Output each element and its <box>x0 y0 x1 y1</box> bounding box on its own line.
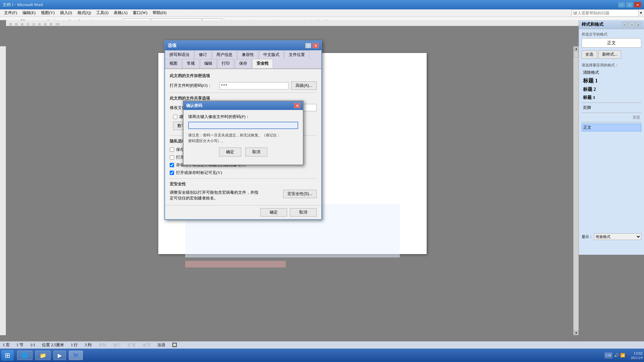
explorer-icon: 📁 <box>40 352 46 359</box>
scrollbar-right[interactable]: ▲ ▼ <box>573 46 579 335</box>
tab-chinese[interactable]: 中文版式 <box>259 50 284 59</box>
status-page: 1 页 <box>3 342 10 348</box>
time-display: 13:02 <box>631 351 643 356</box>
style-footer[interactable]: 页脚 <box>582 104 641 111</box>
start-button[interactable]: ⊞ <box>1 350 14 361</box>
panel-title: 样式和格式 <box>582 21 603 27</box>
style-heading1[interactable]: 标题 1 <box>582 77 641 85</box>
status-section: 1 节 <box>16 342 23 348</box>
scroll-thumb[interactable] <box>574 51 579 58</box>
ime-indicator[interactable]: CH <box>604 352 613 359</box>
panel-content: 所选文字的格式 正文 全选 新样式... 请选择要应用的格式： 清除格式 标题 … <box>579 29 644 135</box>
ruler-top: |8| |6| |4| |2| |2| |4| |6| |8| |10| <box>6 20 579 26</box>
menu-file[interactable]: 文件(F) <box>1 9 20 16</box>
tab-security[interactable]: 安全性 <box>252 59 273 68</box>
macro-security-button[interactable]: 宏安全性(S)... <box>283 190 317 198</box>
style-heading2[interactable]: 标题 2 <box>582 86 641 93</box>
options-ok-button[interactable]: 确定 <box>260 208 287 217</box>
maximize-button[interactable]: □ <box>626 2 633 8</box>
readonly-checkbox[interactable] <box>173 115 177 119</box>
confirm-ok-button[interactable]: 确定 <box>219 147 241 157</box>
confirm-label: 请再次键入修改文件时的密码(P)： <box>188 114 298 120</box>
mark-visible-label: 打开或保存时标记可见(V) <box>176 170 222 176</box>
tab-compat[interactable]: 兼容性 <box>237 50 258 59</box>
style-heading3[interactable]: 标题 3 <box>582 94 641 101</box>
confirm-dialog-title: 确认密码 <box>186 103 202 109</box>
status-track: 修订 <box>113 342 121 348</box>
panel-back-button[interactable]: ← <box>622 22 628 27</box>
window-title: 文档 1 - Microsoft Word <box>3 2 43 8</box>
options-help-button[interactable]: ? <box>305 43 311 48</box>
menu-edit[interactable]: 编辑(E) <box>20 9 38 16</box>
taskbar-ie[interactable]: 🌐 <box>17 351 33 360</box>
tab-user[interactable]: 用户信息 <box>212 50 237 59</box>
status-language: 法语 <box>157 342 165 348</box>
tab-save[interactable]: 保存 <box>235 59 252 68</box>
macro-desc: 调整安全级别以打开可能包含宏病毒的文件，并指定可信任的宏创建者姓名。 <box>170 190 280 201</box>
date-display: 2021/2/9 <box>631 356 643 360</box>
menu-help[interactable]: 帮助(H) <box>150 9 169 16</box>
panel-footer: 显示： 有效格式 <box>579 232 644 241</box>
menu-table[interactable]: 表格(A) <box>111 9 130 16</box>
panel-forward-button[interactable]: → <box>629 22 635 27</box>
confirm-note: 请注意：密码一旦丢失或遗忘，则无法恢复。（请记住：密码需区分大小写）。 <box>188 132 298 143</box>
options-tabs: 拼写和语法 修订 用户信息 兼容性 中文版式 文件位置 视图 常规 编辑 打印 … <box>165 50 321 69</box>
open-password-input[interactable] <box>219 82 288 89</box>
menu-tools[interactable]: 工具(I) <box>94 9 111 16</box>
select-all-button[interactable]: 全选 <box>582 50 597 59</box>
tab-track[interactable]: 修订 <box>195 50 211 59</box>
ie-icon: 🌐 <box>21 352 28 359</box>
help-dropdown-arrow[interactable]: ▼ <box>639 11 643 15</box>
confirm-cancel-button[interactable]: 取消 <box>245 147 267 157</box>
store-random-checkbox[interactable] <box>170 163 174 167</box>
confirm-input[interactable] <box>188 122 298 129</box>
tab-view[interactable]: 视图 <box>165 59 182 68</box>
new-style-button[interactable]: 新样式... <box>598 50 621 59</box>
tab-fileloc[interactable]: 文件位置 <box>284 50 309 59</box>
confirm-close-button[interactable]: ✕ <box>294 103 300 108</box>
status-bar: 1 页 1 节 1/1 位置 2.5厘米 1 行 3 列 录制 修订 扩展 改写… <box>0 341 644 349</box>
menu-format[interactable]: 格式(Q) <box>75 9 94 16</box>
menu-view[interactable]: 视图(V) <box>38 9 57 16</box>
right-panel: 样式和格式 ← → ⌂ 所选文字的格式 正文 全选 新样式... 请选择要应用的… <box>579 20 644 255</box>
help-search-input[interactable] <box>572 9 639 17</box>
status-record: 录制 <box>98 342 106 348</box>
advanced-button[interactable]: 高级(A)... <box>291 81 317 90</box>
panel-home-button[interactable]: ⌂ <box>635 22 641 27</box>
taskbar-apps: 🌐 📁 ▶ W <box>16 351 84 360</box>
status-line: 1 行 <box>71 342 78 348</box>
tab-spell[interactable]: 拼写和语法 <box>165 50 194 59</box>
taskbar: ⊞ 🌐 📁 ▶ W CH 🔊 📶 13:02 2021/2/9 <box>0 349 644 362</box>
taskbar-word[interactable]: W <box>69 351 83 360</box>
scroll-down-button[interactable]: ▼ <box>574 330 579 335</box>
media-icon: ▶ <box>58 352 62 359</box>
style-clear[interactable]: 清除格式 <box>582 69 641 76</box>
tab-edit[interactable]: 编辑 <box>200 59 217 68</box>
mark-visible-checkbox[interactable] <box>170 171 174 175</box>
status-extend: 扩展 <box>128 342 136 348</box>
options-cancel-button[interactable]: 取消 <box>290 208 317 217</box>
close-button[interactable]: ✕ <box>634 2 641 8</box>
tab-general[interactable]: 常规 <box>182 59 199 68</box>
panel-header: 样式和格式 ← → ⌂ <box>579 20 644 29</box>
menu-insert[interactable]: 插入(I) <box>57 9 75 16</box>
style-normal[interactable]: 正文 <box>582 124 641 131</box>
format-label: 所选文字的格式 <box>582 32 641 37</box>
footer-select[interactable]: 有效格式 <box>594 233 641 240</box>
options-close-button[interactable]: ✕ <box>313 43 319 48</box>
remove-personal-checkbox[interactable] <box>170 147 174 152</box>
network-icon: 📶 <box>620 353 625 358</box>
tab-print[interactable]: 打印 <box>217 59 234 68</box>
taskbar-media[interactable]: ▶ <box>53 351 66 360</box>
menu-window[interactable]: 窗口(W) <box>130 9 150 16</box>
status-icon: 🔲 <box>172 343 177 348</box>
section-encrypt: 此文档的文件加密选项 <box>170 73 317 79</box>
scroll-up-button[interactable]: ▲ <box>574 46 579 51</box>
taskbar-explorer[interactable]: 📁 <box>35 351 51 360</box>
prompt-track-checkbox[interactable] <box>170 155 174 160</box>
apply-label: 请选择要应用的格式： <box>582 63 641 68</box>
menu-bar: 文件(F) 编辑(E) 视图(V) 插入(I) 格式(Q) 工具(I) 表格(A… <box>0 9 644 17</box>
status-col: 3 列 <box>85 342 92 348</box>
minimize-button[interactable]: ─ <box>618 2 625 8</box>
options-footer: 确定 取消 <box>165 205 321 219</box>
